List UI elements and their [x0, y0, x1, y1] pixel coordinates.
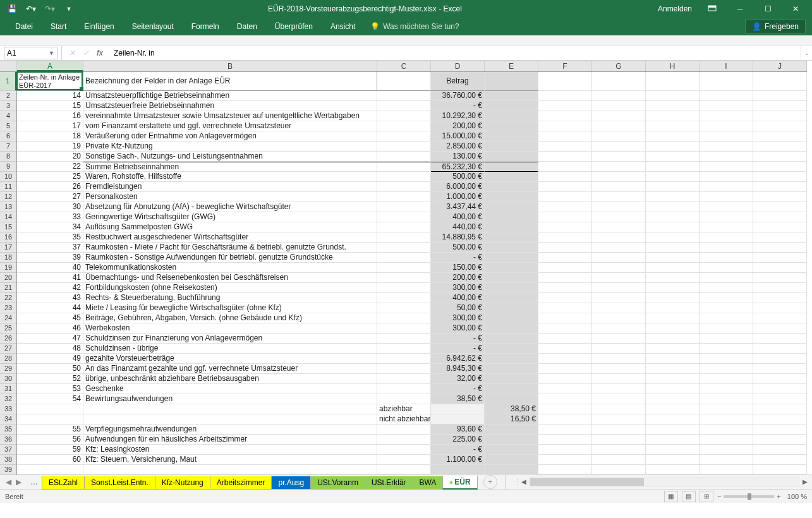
- cell[interactable]: [646, 384, 700, 394]
- cell[interactable]: [485, 273, 538, 283]
- cell[interactable]: 54: [17, 394, 83, 404]
- cell[interactable]: [753, 222, 807, 232]
- cell[interactable]: [592, 364, 646, 374]
- cell[interactable]: [753, 394, 807, 404]
- cell[interactable]: 6.000,00 €: [431, 182, 485, 192]
- cell[interactable]: Restbuchwert ausgeschiedener Wirtschafts…: [83, 232, 377, 243]
- cell[interactable]: [646, 394, 700, 404]
- cell[interactable]: [377, 394, 431, 404]
- select-all-corner[interactable]: [0, 61, 17, 72]
- row-header[interactable]: 25: [0, 323, 16, 334]
- cell[interactable]: [485, 425, 538, 435]
- cell[interactable]: - €: [431, 445, 485, 455]
- cell[interactable]: [646, 445, 700, 455]
- cell[interactable]: [592, 435, 646, 445]
- cell[interactable]: 25: [17, 172, 83, 182]
- cell[interactable]: [485, 222, 538, 232]
- cell[interactable]: [753, 425, 807, 435]
- sheet-tab[interactable]: Sonst.Leist.Entn.: [84, 476, 155, 490]
- ribbon-tab-datei[interactable]: Datei: [6, 20, 42, 33]
- cell[interactable]: [646, 253, 700, 263]
- cell[interactable]: [431, 414, 485, 425]
- cell[interactable]: [592, 172, 646, 182]
- cell[interactable]: [700, 465, 753, 475]
- cell[interactable]: Summe Betriebseinnahmen: [83, 162, 377, 172]
- cell[interactable]: [646, 222, 700, 232]
- cell[interactable]: [538, 455, 592, 465]
- cell[interactable]: [485, 384, 538, 394]
- cell[interactable]: [538, 162, 592, 172]
- fx-icon[interactable]: fx: [94, 49, 106, 57]
- cell[interactable]: [592, 414, 646, 425]
- cell[interactable]: 30: [17, 202, 83, 212]
- cell[interactable]: [377, 374, 431, 384]
- cell[interactable]: [753, 445, 807, 455]
- cell[interactable]: 225,00 €: [431, 435, 485, 445]
- expand-formula-icon[interactable]: ⌄: [801, 46, 812, 60]
- cell[interactable]: übrige, unbeschränkt abziehbare Betriebs…: [83, 374, 377, 384]
- cell[interactable]: [592, 111, 646, 121]
- cell[interactable]: [538, 202, 592, 212]
- row-header[interactable]: 23: [0, 303, 16, 313]
- cell[interactable]: Miete / Leasing für bewegliche Wirtschaf…: [83, 303, 377, 313]
- cell[interactable]: [377, 323, 431, 334]
- cell[interactable]: 500,00 €: [431, 172, 485, 182]
- cell[interactable]: 200,00 €: [431, 273, 485, 283]
- save-icon[interactable]: 💾: [4, 2, 20, 16]
- tell-me-search[interactable]: 💡 Was möchten Sie tun?: [370, 22, 459, 31]
- cell[interactable]: [700, 172, 753, 182]
- cell[interactable]: [592, 232, 646, 243]
- cell[interactable]: [753, 283, 807, 293]
- cell[interactable]: [538, 313, 592, 323]
- cell[interactable]: - €: [431, 101, 485, 111]
- cell[interactable]: [538, 394, 592, 404]
- column-header[interactable]: B: [83, 61, 377, 71]
- cell[interactable]: [753, 232, 807, 243]
- cell[interactable]: [646, 131, 700, 142]
- cell[interactable]: 38,50 €: [431, 394, 485, 404]
- cell[interactable]: [538, 404, 592, 414]
- cell[interactable]: [485, 162, 538, 172]
- cell[interactable]: [700, 222, 753, 232]
- cell[interactable]: [538, 384, 592, 394]
- cell[interactable]: [700, 111, 753, 121]
- cell[interactable]: [753, 404, 807, 414]
- cell[interactable]: [753, 313, 807, 323]
- cell[interactable]: [485, 202, 538, 212]
- cell[interactable]: [431, 404, 485, 414]
- cell[interactable]: [700, 283, 753, 293]
- cell[interactable]: - €: [431, 384, 485, 394]
- cell[interactable]: [538, 445, 592, 455]
- row-header[interactable]: 8: [0, 152, 16, 162]
- cell[interactable]: [485, 263, 538, 273]
- cell[interactable]: [17, 404, 83, 414]
- cell[interactable]: [700, 91, 753, 101]
- cell[interactable]: [646, 182, 700, 192]
- cell[interactable]: 400,00 €: [431, 293, 485, 303]
- cell[interactable]: [485, 111, 538, 121]
- row-header[interactable]: 5: [0, 121, 16, 131]
- cell[interactable]: [592, 243, 646, 253]
- sheet-tab[interactable]: Kfz-Nutzung: [155, 476, 210, 490]
- cell[interactable]: [646, 142, 700, 152]
- cell[interactable]: gezahlte Vorsteuerbeträge: [83, 354, 377, 364]
- cell[interactable]: 43: [17, 293, 83, 303]
- horizontal-scrollbar[interactable]: [530, 478, 799, 486]
- cell[interactable]: 44: [17, 303, 83, 313]
- cell[interactable]: [700, 131, 753, 142]
- cell[interactable]: [377, 253, 431, 263]
- cell[interactable]: [377, 313, 431, 323]
- cell[interactable]: [753, 101, 807, 111]
- cell[interactable]: [700, 232, 753, 243]
- login-button[interactable]: Anmelden: [653, 4, 697, 13]
- row-header[interactable]: 2: [0, 91, 16, 101]
- column-header[interactable]: E: [485, 61, 538, 71]
- cell[interactable]: [377, 142, 431, 152]
- cell[interactable]: 6.942,62 €: [431, 354, 485, 364]
- cell[interactable]: [592, 374, 646, 384]
- cell[interactable]: [538, 243, 592, 253]
- cell[interactable]: 36.760,00 €: [431, 91, 485, 101]
- row-header[interactable]: 27: [0, 344, 16, 354]
- cell[interactable]: [700, 263, 753, 273]
- sheet-tab[interactable]: pr.Ausg: [271, 476, 311, 490]
